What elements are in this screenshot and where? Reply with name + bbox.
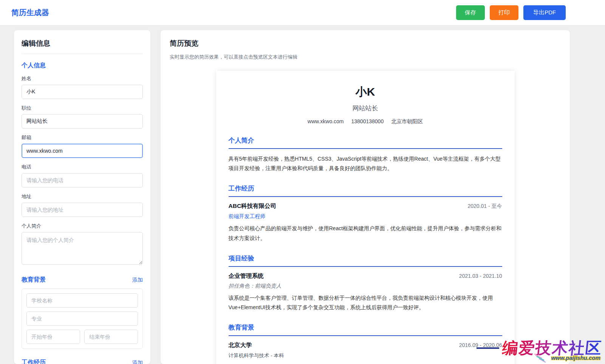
project-section-title: 项目经验 xyxy=(229,254,502,267)
work-date[interactable]: 2020.01 - 至今 xyxy=(467,203,502,210)
resume-project-section: 项目经验 企业管理系统 2021.03 - 2021.10 担任角色：前端负责人… xyxy=(229,254,502,312)
work-section-row: 工作经历 添加 xyxy=(22,359,143,364)
resume-contact: www.xkwo.com13800138000北京市朝阳区 xyxy=(229,118,502,125)
education-item-head: 北京大学 2016.09 - 2020.06 xyxy=(229,341,502,349)
major-input[interactable] xyxy=(26,311,138,326)
app-header: 简历生成器 保存 打印 导出PDF xyxy=(0,0,605,25)
year-row xyxy=(26,330,138,344)
education-school[interactable]: 北京大学 xyxy=(229,341,252,349)
project-item-head: 企业管理系统 2021.03 - 2021.10 xyxy=(229,272,502,280)
personal-info-section-title: 个人信息 xyxy=(22,62,143,70)
export-pdf-button[interactable]: 导出PDF xyxy=(523,5,566,20)
work-desc[interactable]: 负责公司核心产品的前端开发与维护，使用React框架构建用户界面，优化前端性能，… xyxy=(229,224,502,243)
work-item: ABC科技有限公司 2020.01 - 至今 前端开发工程师 负责公司核心产品的… xyxy=(229,202,502,243)
work-section-title: 工作经历 xyxy=(229,184,502,197)
header-actions: 保存 打印 导出PDF xyxy=(456,5,566,20)
phone-input[interactable] xyxy=(22,173,143,187)
project-date[interactable]: 2021.03 - 2021.10 xyxy=(459,273,502,279)
name-label: 姓名 xyxy=(22,75,143,82)
education-section-title: 教育背景 xyxy=(229,323,502,336)
summary-text[interactable]: 具有5年前端开发经验，熟悉HTML5、CSS3、JavaScript等前端技术，… xyxy=(229,154,502,173)
preview-panel: 简历预览 实时显示您的简历效果，可以直接点击预览区文本进行编辑 小K 网站站长 … xyxy=(161,30,570,364)
education-date[interactable]: 2016.09 - 2020.06 xyxy=(459,342,502,348)
editor-panel: 编辑信息 个人信息 姓名 职位 邮箱 电话 地址 个人简介 教育背景 xyxy=(14,30,150,364)
resume-summary-section: 个人简介 具有5年前端开发经验，熟悉HTML5、CSS3、JavaScript等… xyxy=(229,136,502,173)
resume-phone[interactable]: 13800138000 xyxy=(351,118,384,124)
education-major[interactable]: 计算机科学与技术 - 本科 xyxy=(229,352,502,359)
divider xyxy=(22,54,143,54)
main-content: 编辑信息 个人信息 姓名 职位 邮箱 电话 地址 个人简介 教育背景 xyxy=(0,25,605,364)
preview-title: 简历预览 xyxy=(170,39,561,48)
email-label: 邮箱 xyxy=(22,134,143,141)
resume-paper: 小K 网站站长 www.xkwo.com13800138000北京市朝阳区 个人… xyxy=(216,71,515,364)
name-form-group: 姓名 xyxy=(22,75,143,99)
address-input[interactable] xyxy=(22,203,143,217)
education-section-title: 教育背景 xyxy=(22,276,46,284)
email-input[interactable] xyxy=(22,144,143,158)
work-role[interactable]: 前端开发工程师 xyxy=(229,213,502,220)
preview-subtitle: 实时显示您的简历效果，可以直接点击预览区文本进行编辑 xyxy=(170,54,561,60)
work-item-head: ABC科技有限公司 2020.01 - 至今 xyxy=(229,202,502,210)
school-name-input[interactable] xyxy=(26,293,138,308)
start-year-input[interactable] xyxy=(26,330,80,344)
name-input[interactable] xyxy=(22,85,143,99)
add-education-link[interactable]: 添加 xyxy=(132,277,143,283)
education-section-row: 教育背景 添加 xyxy=(22,276,143,284)
print-button[interactable]: 打印 xyxy=(490,5,518,20)
address-label: 地址 xyxy=(22,193,143,200)
editor-title: 编辑信息 xyxy=(22,39,143,48)
resume-job-title[interactable]: 网站站长 xyxy=(229,104,502,113)
resume-education-section: 教育背景 北京大学 2016.09 - 2020.06 计算机科学与技术 - 本… xyxy=(229,323,502,359)
resume-name[interactable]: 小K xyxy=(229,84,502,100)
job-label: 职位 xyxy=(22,105,143,112)
resume-work-section: 工作经历 ABC科技有限公司 2020.01 - 至今 前端开发工程师 负责公司… xyxy=(229,184,502,243)
project-name[interactable]: 企业管理系统 xyxy=(229,272,264,280)
summary-label: 个人简介 xyxy=(22,223,143,229)
phone-form-group: 电话 xyxy=(22,164,143,187)
education-entry-card xyxy=(22,288,143,349)
summary-textarea[interactable] xyxy=(22,232,143,265)
job-input[interactable] xyxy=(22,114,143,129)
work-company[interactable]: ABC科技有限公司 xyxy=(229,202,277,210)
summary-form-group: 个人简介 xyxy=(22,223,143,266)
project-role[interactable]: 担任角色：前端负责人 xyxy=(229,283,502,290)
add-work-link[interactable]: 添加 xyxy=(132,359,143,364)
save-button[interactable]: 保存 xyxy=(456,5,485,20)
job-form-group: 职位 xyxy=(22,105,143,129)
education-item: 北京大学 2016.09 - 2020.06 计算机科学与技术 - 本科 xyxy=(229,341,502,359)
address-form-group: 地址 xyxy=(22,193,143,217)
project-desc[interactable]: 该系统是一个集客户管理、订单管理、数据分析于一体的综合性平台，我负责前端架构设计… xyxy=(229,293,502,312)
work-section-title: 工作经历 xyxy=(22,359,46,364)
app-title: 简历生成器 xyxy=(11,8,49,18)
project-item: 企业管理系统 2021.03 - 2021.10 担任角色：前端负责人 该系统是… xyxy=(229,272,502,312)
end-year-input[interactable] xyxy=(84,330,138,344)
summary-section-title: 个人简介 xyxy=(229,136,502,149)
phone-label: 电话 xyxy=(22,164,143,170)
resume-address[interactable]: 北京市朝阳区 xyxy=(391,118,423,124)
resume-header: 小K 网站站长 www.xkwo.com13800138000北京市朝阳区 xyxy=(229,84,502,125)
resume-email[interactable]: www.xkwo.com xyxy=(308,118,344,124)
email-form-group: 邮箱 xyxy=(22,134,143,158)
